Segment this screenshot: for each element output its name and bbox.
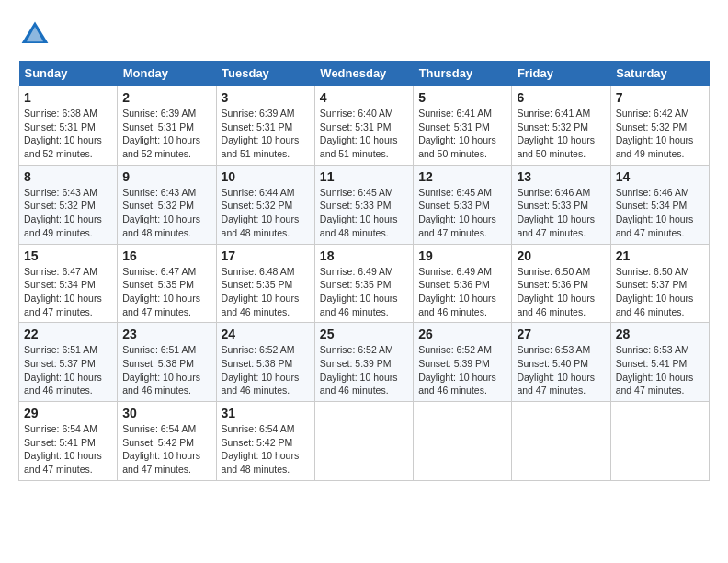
calendar-cell: 6 Sunrise: 6:41 AMSunset: 5:32 PMDayligh… [512,86,610,166]
calendar-cell: 31 Sunrise: 6:54 AMSunset: 5:42 PMDaylig… [216,402,314,481]
day-detail: Sunrise: 6:50 AMSunset: 5:36 PMDaylight:… [517,265,605,319]
day-number: 23 [122,327,210,341]
day-detail: Sunrise: 6:52 AMSunset: 5:39 PMDaylight:… [320,343,408,397]
day-number: 12 [418,169,506,184]
day-number: 8 [24,169,112,184]
calendar-cell: 18 Sunrise: 6:49 AMSunset: 5:35 PMDaylig… [314,244,413,323]
calendar-cell: 27 Sunrise: 6:53 AMSunset: 5:40 PMDaylig… [512,323,610,402]
calendar-week-0: 1 Sunrise: 6:38 AMSunset: 5:31 PMDayligh… [19,86,710,166]
calendar-cell: 19 Sunrise: 6:49 AMSunset: 5:36 PMDaylig… [414,244,512,323]
calendar-cell: 13 Sunrise: 6:46 AMSunset: 5:33 PMDaylig… [512,165,610,244]
day-number: 5 [418,90,506,105]
calendar-cell: 1 Sunrise: 6:38 AMSunset: 5:31 PMDayligh… [19,86,118,166]
day-number: 7 [616,90,704,105]
day-detail: Sunrise: 6:39 AMSunset: 5:31 PMDaylight:… [122,107,210,161]
day-detail: Sunrise: 6:42 AMSunset: 5:32 PMDaylight:… [616,107,704,161]
day-detail: Sunrise: 6:48 AMSunset: 5:35 PMDaylight:… [222,265,310,319]
calendar-cell: 4 Sunrise: 6:40 AMSunset: 5:31 PMDayligh… [314,86,413,166]
header-day-sunday: Sunday [19,61,118,86]
day-detail: Sunrise: 6:54 AMSunset: 5:42 PMDaylight:… [122,422,210,477]
day-detail: Sunrise: 6:52 AMSunset: 5:39 PMDaylight:… [418,343,506,397]
calendar-cell: 11 Sunrise: 6:45 AMSunset: 5:33 PMDaylig… [314,165,413,244]
day-detail: Sunrise: 6:47 AMSunset: 5:34 PMDaylight:… [24,265,112,319]
calendar-cell: 3 Sunrise: 6:39 AMSunset: 5:31 PMDayligh… [216,86,314,166]
day-detail: Sunrise: 6:45 AMSunset: 5:33 PMDaylight:… [320,186,408,240]
calendar-cell [512,402,610,481]
day-number: 1 [24,90,112,105]
day-detail: Sunrise: 6:52 AMSunset: 5:38 PMDaylight:… [222,343,310,397]
calendar-week-1: 8 Sunrise: 6:43 AMSunset: 5:32 PMDayligh… [19,165,710,244]
day-number: 22 [24,327,112,341]
calendar-cell: 28 Sunrise: 6:53 AMSunset: 5:41 PMDaylig… [610,323,709,402]
calendar-cell: 20 Sunrise: 6:50 AMSunset: 5:36 PMDaylig… [512,244,610,323]
day-detail: Sunrise: 6:51 AMSunset: 5:38 PMDaylight:… [122,343,210,397]
calendar-header-row: SundayMondayTuesdayWednesdayThursdayFrid… [19,61,710,86]
day-detail: Sunrise: 6:38 AMSunset: 5:31 PMDaylight:… [24,107,112,161]
day-number: 29 [24,406,112,420]
day-number: 28 [616,327,704,341]
day-detail: Sunrise: 6:43 AMSunset: 5:32 PMDaylight:… [122,186,210,240]
day-number: 21 [616,248,704,263]
day-detail: Sunrise: 6:47 AMSunset: 5:35 PMDaylight:… [122,265,210,319]
page-header [18,18,710,52]
day-number: 11 [320,169,408,184]
day-detail: Sunrise: 6:54 AMSunset: 5:42 PMDaylight:… [222,422,310,477]
day-number: 31 [222,406,310,420]
calendar-cell [414,402,512,481]
calendar-cell: 17 Sunrise: 6:48 AMSunset: 5:35 PMDaylig… [216,244,314,323]
day-number: 13 [517,169,605,184]
day-number: 4 [320,90,408,105]
day-detail: Sunrise: 6:41 AMSunset: 5:32 PMDaylight:… [517,107,605,161]
day-detail: Sunrise: 6:43 AMSunset: 5:32 PMDaylight:… [24,186,112,240]
day-number: 18 [320,248,408,263]
calendar-cell: 23 Sunrise: 6:51 AMSunset: 5:38 PMDaylig… [118,323,216,402]
logo [18,18,55,52]
calendar-cell: 29 Sunrise: 6:54 AMSunset: 5:41 PMDaylig… [19,402,118,481]
day-detail: Sunrise: 6:54 AMSunset: 5:41 PMDaylight:… [24,422,112,477]
calendar-cell: 12 Sunrise: 6:45 AMSunset: 5:33 PMDaylig… [414,165,512,244]
day-number: 27 [517,327,605,341]
calendar-cell: 14 Sunrise: 6:46 AMSunset: 5:34 PMDaylig… [610,165,709,244]
calendar-cell: 10 Sunrise: 6:44 AMSunset: 5:32 PMDaylig… [216,165,314,244]
day-number: 19 [418,248,506,263]
day-detail: Sunrise: 6:53 AMSunset: 5:41 PMDaylight:… [616,343,704,397]
day-number: 24 [222,327,310,341]
header-day-wednesday: Wednesday [314,61,413,86]
day-number: 30 [122,406,210,420]
day-detail: Sunrise: 6:49 AMSunset: 5:36 PMDaylight:… [418,265,506,319]
calendar-cell: 9 Sunrise: 6:43 AMSunset: 5:32 PMDayligh… [118,165,216,244]
calendar-week-4: 29 Sunrise: 6:54 AMSunset: 5:41 PMDaylig… [19,402,710,481]
header-day-thursday: Thursday [414,61,512,86]
day-number: 20 [517,248,605,263]
calendar-week-3: 22 Sunrise: 6:51 AMSunset: 5:37 PMDaylig… [19,323,710,402]
header-day-friday: Friday [512,61,610,86]
calendar-cell: 30 Sunrise: 6:54 AMSunset: 5:42 PMDaylig… [118,402,216,481]
calendar-cell: 5 Sunrise: 6:41 AMSunset: 5:31 PMDayligh… [414,86,512,166]
calendar-cell: 16 Sunrise: 6:47 AMSunset: 5:35 PMDaylig… [118,244,216,323]
day-detail: Sunrise: 6:46 AMSunset: 5:33 PMDaylight:… [517,186,605,240]
day-detail: Sunrise: 6:41 AMSunset: 5:31 PMDaylight:… [418,107,506,161]
calendar-cell: 7 Sunrise: 6:42 AMSunset: 5:32 PMDayligh… [610,86,709,166]
calendar-cell [610,402,709,481]
day-number: 17 [222,248,310,263]
day-detail: Sunrise: 6:51 AMSunset: 5:37 PMDaylight:… [24,343,112,397]
calendar-cell: 22 Sunrise: 6:51 AMSunset: 5:37 PMDaylig… [19,323,118,402]
day-number: 6 [517,90,605,105]
calendar-cell: 24 Sunrise: 6:52 AMSunset: 5:38 PMDaylig… [216,323,314,402]
header-day-tuesday: Tuesday [216,61,314,86]
calendar-cell: 8 Sunrise: 6:43 AMSunset: 5:32 PMDayligh… [19,165,118,244]
calendar-cell [314,402,413,481]
day-detail: Sunrise: 6:50 AMSunset: 5:37 PMDaylight:… [616,265,704,319]
calendar-cell: 2 Sunrise: 6:39 AMSunset: 5:31 PMDayligh… [118,86,216,166]
calendar-cell: 21 Sunrise: 6:50 AMSunset: 5:37 PMDaylig… [610,244,709,323]
day-number: 2 [122,90,210,105]
day-number: 14 [616,169,704,184]
calendar-cell: 25 Sunrise: 6:52 AMSunset: 5:39 PMDaylig… [314,323,413,402]
day-detail: Sunrise: 6:49 AMSunset: 5:35 PMDaylight:… [320,265,408,319]
day-number: 15 [24,248,112,263]
day-number: 10 [222,169,310,184]
header-day-saturday: Saturday [610,61,709,86]
day-detail: Sunrise: 6:44 AMSunset: 5:32 PMDaylight:… [222,186,310,240]
day-number: 9 [122,169,210,184]
calendar-table: SundayMondayTuesdayWednesdayThursdayFrid… [18,61,710,481]
